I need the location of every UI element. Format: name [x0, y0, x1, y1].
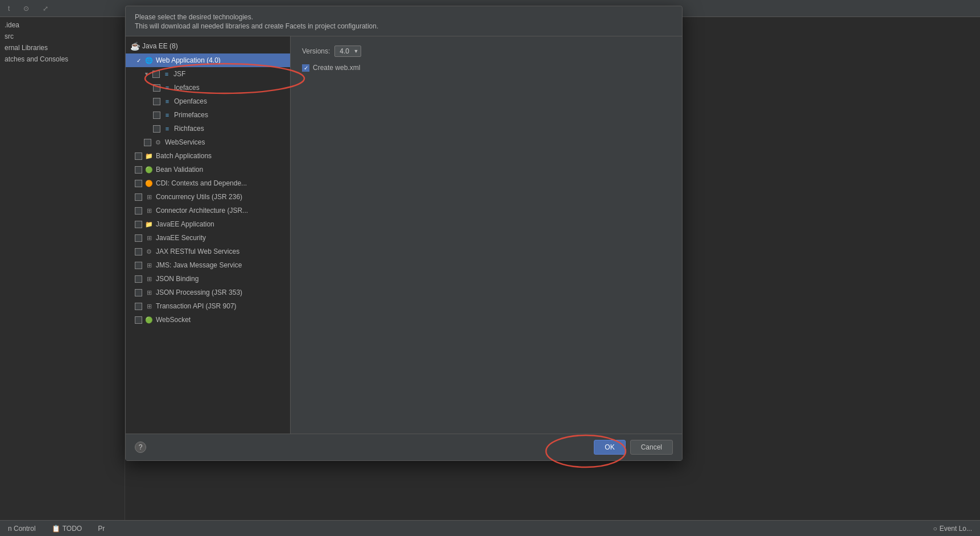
tree-node-primefaces[interactable]: ≡ Primefaces [126, 108, 290, 122]
checkbox-jms[interactable] [135, 262, 142, 269]
checkbox-jax-restful[interactable] [135, 248, 142, 255]
icefaces-label: Icefaces [174, 84, 200, 92]
tree-node-richfaces[interactable]: ≡ Richfaces [126, 122, 290, 135]
nav-button[interactable]: t [5, 3, 13, 14]
sidebar-item-src[interactable]: src [0, 31, 125, 42]
technologies-dialog: Please select the desired technologies. … [125, 6, 683, 461]
javaee-security-icon: ⊞ [144, 233, 154, 242]
checkbox-webservices[interactable] [144, 139, 151, 146]
checkbox-jsf[interactable] [152, 71, 160, 78]
tree-node-web-application[interactable]: 🌐 Web Application (4.0) [126, 53, 290, 67]
tree-node-jsf[interactable]: ▼ ≡ JSF [126, 67, 290, 81]
dialog-instruction-line1: Please select the desired technologies. [135, 13, 673, 21]
event-log-label: Event Lo... [940, 525, 972, 533]
checkbox-websocket[interactable] [135, 316, 142, 324]
tree-node-jms[interactable]: ⊞ JMS: Java Message Service [126, 258, 290, 272]
versions-label: Versions: [302, 47, 330, 55]
webservices-label: WebServices [165, 138, 205, 146]
tree-node-openfaces[interactable]: ≡ Openfaces [126, 94, 290, 108]
create-web-xml-row[interactable]: Create web.xml [302, 64, 671, 72]
tree-node-icefaces[interactable]: ≡ Icefaces [126, 81, 290, 94]
batch-applications-label: Batch Applications [156, 152, 212, 160]
version-select-wrapper[interactable]: 4.0 3.1 3.0 2.5 [334, 46, 361, 57]
tree-node-javaee-app[interactable]: 📁 JavaEE Application [126, 217, 290, 231]
technology-tree-panel: ☕ Java EE (8) 🌐 Web Application (4.0) ▼ … [126, 36, 291, 434]
web-application-icon: 🌐 [144, 56, 154, 65]
checkbox-javaee-app[interactable] [135, 221, 142, 228]
sidebar-item-libraries[interactable]: ernal Libraries [0, 42, 125, 53]
tab-event-log[interactable]: ○ Event Lo... [929, 521, 975, 536]
options-panel: Versions: 4.0 3.1 3.0 2.5 Create web.xml [291, 36, 682, 434]
websocket-icon: 🟢 [144, 315, 154, 324]
checkbox-batch-applications[interactable] [135, 152, 142, 160]
tree-node-javaee-security[interactable]: ⊞ JavaEE Security [126, 231, 290, 245]
help-icon[interactable]: ? [135, 442, 146, 453]
json-binding-icon: ⊞ [144, 274, 154, 283]
web-application-label: Web Application (4.0) [156, 56, 221, 64]
checkbox-primefaces[interactable] [153, 112, 160, 119]
checkbox-connector[interactable] [135, 207, 142, 215]
tree-node-json-processing[interactable]: ⊞ JSON Processing (JSR 353) [126, 286, 290, 299]
sidebar-item-scratches[interactable]: atches and Consoles [0, 53, 125, 65]
checkbox-javaee-security[interactable] [135, 234, 142, 242]
tree-node-concurrency[interactable]: ⊞ Concurrency Utils (JSR 236) [126, 190, 290, 204]
version-select[interactable]: 4.0 3.1 3.0 2.5 [334, 46, 361, 57]
tree-node-bean-validation[interactable]: 🟢 Bean Validation [126, 163, 290, 176]
checkbox-create-web-xml[interactable] [302, 64, 309, 72]
ide-bottom-bar: n Control 📋 TODO Pr ○ Event Lo... [0, 520, 980, 536]
tree-node-webservices[interactable]: ⚙ WebServices [126, 135, 290, 149]
versions-row: Versions: 4.0 3.1 3.0 2.5 [302, 46, 671, 57]
create-web-xml-label: Create web.xml [313, 64, 360, 72]
jms-label: JMS: Java Message Service [156, 261, 242, 269]
webservices-icon: ⚙ [154, 138, 163, 147]
openfaces-icon: ≡ [163, 97, 172, 106]
tree-node-json-binding[interactable]: ⊞ JSON Binding [126, 272, 290, 286]
richfaces-label: Richfaces [174, 125, 204, 133]
jsf-label: JSF [173, 70, 185, 78]
dialog-body: ☕ Java EE (8) 🌐 Web Application (4.0) ▼ … [126, 36, 682, 434]
bean-validation-label: Bean Validation [156, 166, 203, 174]
checkbox-web-application[interactable] [135, 57, 142, 64]
openfaces-label: Openfaces [174, 97, 207, 105]
javaee-icon: ☕ [130, 42, 140, 51]
checkbox-cdi[interactable] [135, 180, 142, 187]
tree-node-jax-restful[interactable]: ⚙ JAX RESTful Web Services [126, 245, 290, 258]
tree-node-batch-applications[interactable]: 📁 Batch Applications [126, 149, 290, 163]
javaee-section-header[interactable]: ☕ Java EE (8) [126, 39, 290, 53]
target-icon[interactable]: ⊙ [20, 3, 32, 14]
ok-button[interactable]: OK [594, 440, 625, 455]
javaee-section-label: Java EE (8) [142, 42, 178, 50]
tab-todo[interactable]: 📋 TODO [48, 521, 85, 536]
primefaces-label: Primefaces [174, 111, 208, 119]
checkbox-icefaces[interactable] [153, 84, 160, 92]
tree-node-transaction-api[interactable]: ⊞ Transaction API (JSR 907) [126, 299, 290, 313]
concurrency-icon: ⊞ [144, 192, 154, 201]
jsf-expand-arrow: ▼ [144, 71, 149, 77]
dialog-footer: ? OK Cancel [126, 434, 682, 460]
batch-applications-icon: 📁 [144, 151, 154, 160]
checkbox-openfaces[interactable] [153, 98, 160, 105]
ide-sidebar: .idea src ernal Libraries atches and Con… [0, 17, 125, 520]
jsf-icon: ≡ [162, 69, 171, 79]
expand-icon[interactable]: ⤢ [39, 3, 52, 14]
tree-node-cdi[interactable]: 🟠 CDI: Contexts and Depende... [126, 176, 290, 190]
cancel-button[interactable]: Cancel [630, 440, 673, 455]
tree-node-websocket[interactable]: 🟢 WebSocket [126, 313, 290, 327]
checkbox-json-binding[interactable] [135, 275, 142, 283]
dialog-instruction-line2: This will download all needed libraries … [135, 22, 673, 30]
concurrency-label: Concurrency Utils (JSR 236) [156, 193, 242, 201]
javaee-app-label: JavaEE Application [156, 220, 214, 228]
json-binding-label: JSON Binding [156, 275, 199, 283]
checkbox-json-processing[interactable] [135, 289, 142, 296]
checkbox-concurrency[interactable] [135, 193, 142, 201]
checkbox-bean-validation[interactable] [135, 166, 142, 174]
tree-node-connector[interactable]: ⊞ Connector Architecture (JSR... [126, 204, 290, 217]
sidebar-item-idea[interactable]: .idea [0, 19, 125, 31]
tab-pr[interactable]: Pr [94, 521, 108, 536]
connector-label: Connector Architecture (JSR... [156, 207, 248, 215]
checkbox-transaction-api[interactable] [135, 303, 142, 310]
checkbox-richfaces[interactable] [153, 125, 160, 133]
tab-version-control[interactable]: n Control [5, 521, 39, 536]
tab-version-control-label: n Control [8, 525, 36, 533]
jms-icon: ⊞ [144, 261, 154, 270]
